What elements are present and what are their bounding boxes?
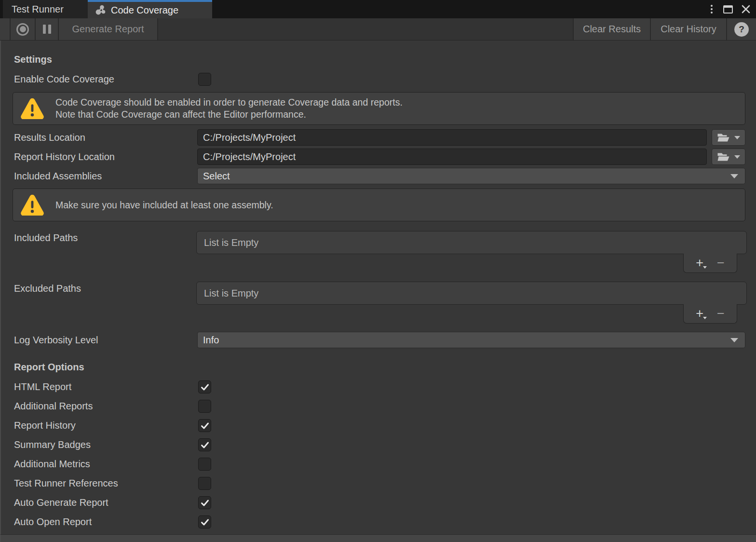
chevron-down-icon xyxy=(730,174,738,178)
report-option-label: Summary Badges xyxy=(14,438,91,451)
enable-warning-line2: Note that Code Coverage can affect the E… xyxy=(55,108,403,121)
record-icon xyxy=(16,23,29,36)
report-history-location-input[interactable]: C:/Projects/MyProject xyxy=(197,149,707,165)
included-assemblies-dropdown[interactable]: Select xyxy=(197,168,745,184)
warning-icon xyxy=(21,98,44,119)
report-option-label: Auto Generate Report xyxy=(14,496,108,509)
toolbar: Generate Report Clear Results Clear Hist… xyxy=(0,18,756,41)
tab-test-runner-label: Test Runner xyxy=(12,4,64,15)
report-option-row: Additional Reports xyxy=(1,400,756,413)
report-option-row: Auto Generate Report xyxy=(1,496,756,509)
included-assemblies-label: Included Assemblies xyxy=(14,170,102,183)
excluded-paths-list[interactable]: List is Empty xyxy=(196,282,747,305)
results-location-value: C:/Projects/MyProject xyxy=(203,132,296,143)
report-option-label: Auto Open Report xyxy=(14,515,92,528)
tab-code-coverage[interactable]: Code Coverage xyxy=(88,0,212,18)
log-verbosity-value: Info xyxy=(203,335,219,346)
assemblies-warning-box: Make sure you have included at least one… xyxy=(13,189,745,221)
settings-section-title: Settings xyxy=(14,54,52,65)
add-included-path-button[interactable]: + xyxy=(696,257,703,270)
generate-report-button[interactable]: Generate Report xyxy=(59,18,158,40)
report-option-checkbox[interactable] xyxy=(198,419,211,432)
report-option-label: HTML Report xyxy=(14,380,71,393)
results-location-input[interactable]: C:/Projects/MyProject xyxy=(197,129,707,146)
generate-report-label: Generate Report xyxy=(72,24,144,35)
report-option-row: Summary Badges xyxy=(1,438,756,451)
assemblies-warning-text: Make sure you have included at least one… xyxy=(55,199,273,211)
pause-icon xyxy=(43,25,51,34)
enable-warning-text: Code Coverage should be enabled in order… xyxy=(55,96,403,121)
clear-history-button[interactable]: Clear History xyxy=(650,18,726,40)
report-option-checkbox[interactable] xyxy=(198,458,211,471)
remove-included-path-button[interactable]: − xyxy=(717,257,725,270)
report-options-list: HTML Report Additional Reports Report Hi… xyxy=(1,380,756,535)
excluded-paths-empty-text: List is Empty xyxy=(204,288,258,299)
close-icon[interactable] xyxy=(741,4,751,14)
report-option-checkbox[interactable] xyxy=(198,400,211,413)
window-controls xyxy=(708,0,751,18)
help-icon: ? xyxy=(734,22,749,37)
tab-code-coverage-label: Code Coverage xyxy=(111,5,178,16)
report-history-location-label: Report History Location xyxy=(14,150,115,163)
help-button[interactable]: ? xyxy=(726,18,756,40)
report-option-label: Additional Metrics xyxy=(14,458,90,471)
clear-history-label: Clear History xyxy=(661,24,716,35)
pause-button[interactable] xyxy=(36,18,59,40)
tab-bar: Test Runner Code Coverage xyxy=(0,0,756,18)
add-dropdown-caret-icon xyxy=(703,317,707,319)
report-option-checkbox[interactable] xyxy=(198,477,211,490)
chevron-down-icon xyxy=(730,338,738,342)
add-dropdown-caret-icon xyxy=(703,266,707,269)
report-option-row: HTML Report xyxy=(1,380,756,393)
folder-dropdown-arrow-icon xyxy=(734,136,740,139)
folder-dropdown-arrow-icon xyxy=(734,155,740,159)
warning-icon xyxy=(21,194,44,216)
toolbar-spacer xyxy=(0,18,11,40)
enable-code-coverage-checkbox[interactable] xyxy=(198,73,211,86)
enable-warning-box: Code Coverage should be enabled in order… xyxy=(13,92,745,125)
kebab-menu-icon[interactable] xyxy=(708,3,716,15)
settings-panel: Settings Enable Code Coverage Code Cover… xyxy=(0,41,756,534)
report-option-label: Additional Reports xyxy=(14,400,93,413)
log-verbosity-dropdown[interactable]: Info xyxy=(197,332,745,348)
report-option-row: Additional Metrics xyxy=(1,458,756,471)
report-option-row: Report History xyxy=(1,419,756,432)
report-history-location-browse-button[interactable] xyxy=(712,149,745,165)
code-coverage-window: Test Runner Code Coverage xyxy=(0,0,756,542)
report-options-section-title: Report Options xyxy=(14,362,84,373)
code-coverage-icon xyxy=(95,4,107,16)
report-option-row: Auto Open Report xyxy=(1,515,756,528)
record-button[interactable] xyxy=(11,18,36,40)
report-option-checkbox[interactable] xyxy=(198,515,211,528)
included-paths-label: Included Paths xyxy=(14,231,78,244)
folder-icon xyxy=(717,133,730,143)
folder-icon xyxy=(717,152,730,162)
report-option-checkbox[interactable] xyxy=(198,438,211,451)
enable-warning-line1: Code Coverage should be enabled in order… xyxy=(55,96,403,108)
log-verbosity-label: Log Verbosity Level xyxy=(14,334,98,347)
included-paths-footer: + − xyxy=(683,254,737,273)
included-assemblies-value: Select xyxy=(203,171,230,182)
toolbar-right-group: Clear Results Clear History ? xyxy=(573,18,756,40)
maximize-icon[interactable] xyxy=(723,5,733,14)
enable-code-coverage-label: Enable Code Coverage xyxy=(14,73,114,86)
report-option-checkbox[interactable] xyxy=(198,496,211,509)
included-paths-empty-text: List is Empty xyxy=(204,237,258,248)
report-option-row: Test Runner References xyxy=(1,477,756,490)
window-bottom-edge xyxy=(0,534,756,542)
remove-excluded-path-button[interactable]: − xyxy=(717,307,725,320)
results-location-browse-button[interactable] xyxy=(712,129,745,146)
included-paths-list[interactable]: List is Empty xyxy=(196,231,747,254)
clear-results-label: Clear Results xyxy=(583,24,641,35)
excluded-paths-footer: + − xyxy=(683,304,737,324)
report-history-location-value: C:/Projects/MyProject xyxy=(203,151,296,163)
tab-test-runner[interactable]: Test Runner xyxy=(3,0,88,18)
excluded-paths-label: Excluded Paths xyxy=(14,282,81,295)
toolbar-left-group: Generate Report xyxy=(0,18,158,40)
clear-results-button[interactable]: Clear Results xyxy=(573,18,650,40)
results-location-label: Results Location xyxy=(14,131,85,144)
report-option-label: Report History xyxy=(14,419,76,432)
report-option-checkbox[interactable] xyxy=(198,380,211,393)
add-excluded-path-button[interactable]: + xyxy=(696,307,703,320)
report-option-label: Test Runner References xyxy=(14,477,118,490)
